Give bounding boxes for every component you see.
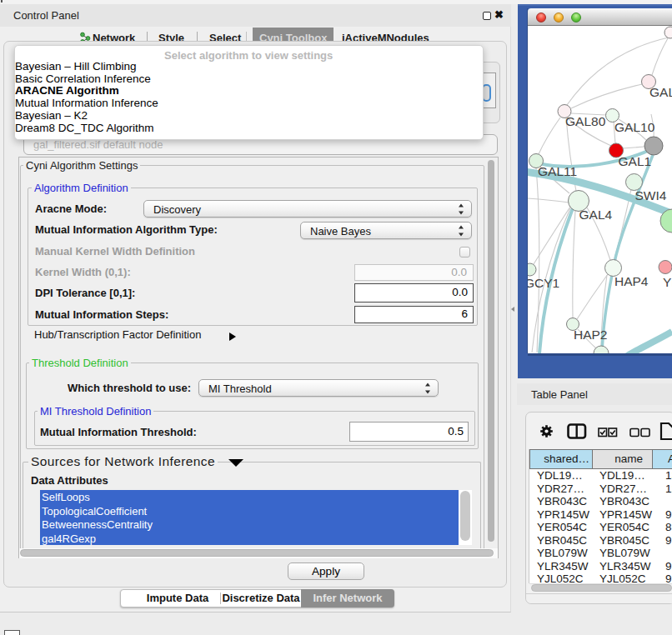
svg-text:GAL1: GAL1 — [619, 154, 652, 168]
svg-text:GAL7: GAL7 — [649, 85, 672, 99]
svg-text:HAP4: HAP4 — [614, 274, 649, 288]
svg-text:SWI4: SWI4 — [635, 188, 667, 202]
svg-text:YE: YE — [663, 275, 672, 289]
svg-text:GCY1: GCY1 — [528, 276, 559, 290]
svg-text:GAL4: GAL4 — [579, 208, 613, 222]
svg-text:GAL80: GAL80 — [565, 114, 606, 128]
svg-text:GAL11: GAL11 — [538, 164, 577, 178]
svg-text:HAP2: HAP2 — [574, 328, 608, 342]
svg-text:GAL10: GAL10 — [614, 120, 655, 134]
